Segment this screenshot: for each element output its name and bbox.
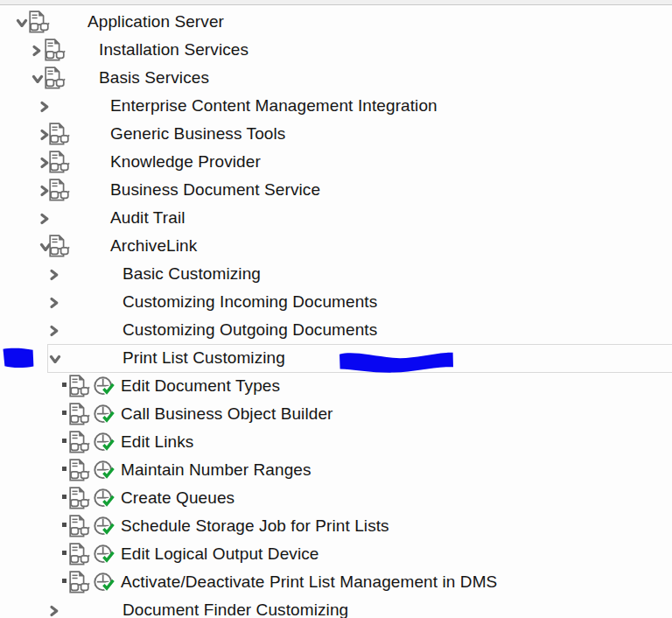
chevron-right-icon[interactable] (49, 269, 60, 281)
square-bullet-icon (62, 495, 66, 499)
document-glasses-icon[interactable] (44, 67, 66, 89)
tree-node-label[interactable]: Edit Document Types (121, 372, 280, 400)
document-glasses-icon[interactable] (68, 515, 91, 537)
chevron-right-icon[interactable] (39, 213, 50, 225)
execute-activity-check-icon[interactable] (93, 571, 116, 594)
tree-node-label[interactable]: Installation Services (99, 36, 248, 64)
square-bullet-icon (62, 467, 66, 471)
document-glasses-icon[interactable] (68, 459, 91, 481)
execute-activity-check-icon[interactable] (93, 431, 116, 454)
tree-node-label[interactable]: Knowledge Provider (110, 148, 261, 176)
tree-node-customizing-incoming-documents[interactable]: Customizing Incoming Documents (0, 288, 672, 316)
tree-node-create-queues[interactable]: Create Queues (0, 484, 672, 512)
square-bullet-icon (62, 411, 66, 415)
tree-node-edit-logical-output-device[interactable]: Edit Logical Output Device (0, 540, 672, 568)
document-glasses-icon[interactable] (28, 11, 51, 33)
chevron-right-icon[interactable] (49, 297, 60, 309)
document-glasses-icon[interactable] (48, 235, 71, 257)
tree-node-label[interactable]: Audit Trail (110, 204, 186, 232)
document-glasses-icon[interactable] (48, 123, 71, 145)
tree-node-generic-business-tools[interactable]: Generic Business Tools (0, 120, 672, 148)
tree-node-label[interactable]: ArchiveLink (110, 232, 197, 260)
execute-activity-check-icon[interactable] (93, 543, 116, 566)
tree-node-label[interactable]: Edit Links (121, 428, 193, 456)
tree-node-label[interactable]: Basic Customizing (122, 260, 261, 288)
tree-node-schedule-storage-job-for-print-lists[interactable]: Schedule Storage Job for Print Lists (0, 512, 672, 540)
tree-node-label[interactable]: Basis Services (99, 64, 209, 92)
tree-node-maintain-number-ranges[interactable]: Maintain Number Ranges (0, 456, 672, 484)
tree-node-label[interactable]: Customizing Outgoing Documents (122, 316, 377, 344)
chevron-down-icon[interactable] (32, 74, 44, 83)
execute-activity-check-icon[interactable] (93, 403, 116, 426)
tree-node-installation-services[interactable]: Installation Services (0, 36, 672, 64)
tree-node-edit-document-types[interactable]: Edit Document Types (0, 372, 672, 400)
tree-node-label[interactable]: Schedule Storage Job for Print Lists (121, 512, 389, 540)
document-glasses-icon[interactable] (68, 403, 91, 425)
square-bullet-icon (62, 579, 66, 583)
customizing-tree[interactable]: Application Server Installation Services… (0, 0, 672, 618)
chevron-down-icon[interactable] (49, 355, 61, 363)
tree-node-label[interactable]: Document Finder Customizing (122, 596, 348, 618)
chevron-right-icon[interactable] (32, 45, 42, 57)
tree-node-business-document-service[interactable]: Business Document Service (0, 176, 672, 204)
tree-node-edit-links[interactable]: Edit Links (0, 428, 672, 456)
document-glasses-icon[interactable] (48, 151, 71, 173)
square-bullet-icon (62, 383, 66, 387)
document-glasses-icon[interactable] (44, 39, 66, 61)
tree-node-label[interactable]: Activate/Deactivate Print List Managemen… (121, 568, 497, 596)
square-bullet-icon (62, 439, 66, 443)
chevron-right-icon[interactable] (49, 605, 60, 617)
tree-node-label[interactable]: Application Server (88, 8, 224, 36)
tree-node-basis-services[interactable]: Basis Services (0, 64, 672, 92)
square-bullet-icon (62, 523, 66, 527)
document-glasses-icon[interactable] (68, 375, 91, 397)
tree-node-label[interactable]: Business Document Service (110, 176, 320, 204)
tree-node-call-business-object-builder[interactable]: Call Business Object Builder (0, 400, 672, 428)
tree-node-label[interactable]: Maintain Number Ranges (121, 456, 312, 484)
document-glasses-icon[interactable] (68, 571, 91, 593)
tree-node-enterprise-content-management-integratio[interactable]: Enterprise Content Management Integratio… (0, 92, 672, 120)
tree-node-customizing-outgoing-documents[interactable]: Customizing Outgoing Documents (0, 316, 672, 344)
tree-node-label[interactable]: Enterprise Content Management Integratio… (110, 92, 438, 120)
chevron-right-icon[interactable] (49, 325, 60, 337)
execute-activity-check-icon[interactable] (93, 459, 116, 482)
execute-activity-check-icon[interactable] (93, 375, 116, 398)
tree-node-label[interactable]: Customizing Incoming Documents (122, 288, 377, 316)
document-glasses-icon[interactable] (68, 487, 91, 509)
tree-node-archivelink[interactable]: ArchiveLink (0, 232, 672, 260)
document-glasses-icon[interactable] (48, 179, 71, 201)
execute-activity-check-icon[interactable] (93, 515, 116, 538)
document-glasses-icon[interactable] (68, 431, 91, 453)
square-bullet-icon (62, 551, 66, 555)
chevron-right-icon[interactable] (39, 101, 50, 113)
document-glasses-icon[interactable] (68, 543, 91, 565)
tree-node-activate-deactivate-print-list-managemen[interactable]: Activate/Deactivate Print List Managemen… (0, 568, 672, 596)
execute-activity-check-icon[interactable] (93, 487, 116, 510)
tree-node-knowledge-provider[interactable]: Knowledge Provider (0, 148, 672, 176)
chevron-down-icon[interactable] (16, 18, 28, 27)
tree-node-document-finder-customizing[interactable]: Document Finder Customizing (0, 596, 672, 618)
tree-node-audit-trail[interactable]: Audit Trail (0, 204, 672, 232)
tree-node-label[interactable]: Generic Business Tools (110, 120, 285, 148)
tree-node-label[interactable]: Call Business Object Builder (121, 400, 333, 428)
tree-node-label[interactable]: Print List Customizing (122, 344, 285, 372)
tree-node-label[interactable]: Edit Logical Output Device (121, 540, 319, 568)
tree-node-application-server[interactable]: Application Server (0, 8, 672, 36)
tree-node-print-list-customizing[interactable]: Print List Customizing (0, 344, 672, 372)
tree-node-basic-customizing[interactable]: Basic Customizing (0, 260, 672, 288)
tree-node-label[interactable]: Create Queues (121, 484, 234, 512)
